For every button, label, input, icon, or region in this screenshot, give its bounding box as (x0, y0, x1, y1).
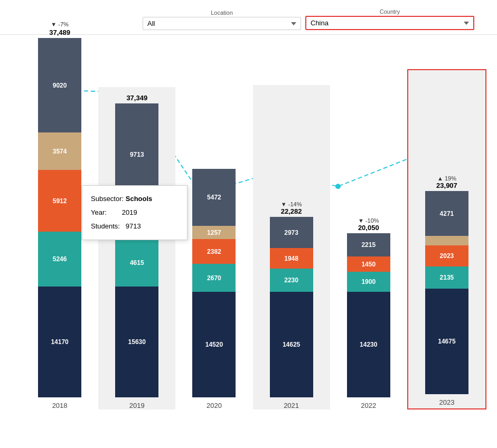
seg-navy-2019: 15630 (115, 287, 158, 397)
tooltip-students: Students: 9713 (91, 220, 179, 233)
seg-teal-2019: 4615 (115, 239, 158, 287)
seg-orange-2021: 1948 (270, 248, 313, 269)
chart-area: ▼ -7% 37,489 9020 3574 5912 5246 14170 2… (0, 35, 497, 448)
seg-navy-2023: 14675 (425, 289, 468, 394)
location-label: Location (143, 9, 301, 16)
seg-navy-2018: 14170 (38, 287, 81, 397)
year-label-2021: 2021 (284, 402, 299, 409)
bar-col-2023: ▲ 19% 23,907 4271 2023 2135 14675 2023 (407, 69, 486, 409)
seg-navy-2022: 14230 (347, 292, 390, 397)
stacked-bar-2023: 4271 2023 2135 14675 (425, 191, 468, 394)
seg-orange-2023: 2023 (425, 245, 468, 266)
seg-orange-2020: 2382 (192, 239, 236, 264)
seg-orange-2022: 1450 (347, 256, 390, 272)
stacked-bar-2019: 9713 3195 4615 15630 (115, 103, 158, 397)
bar-col-2021: ▼ -14% 22,282 2973 1948 2230 14625 2021 (253, 85, 330, 409)
seg-dark-2020: 5472 (192, 169, 236, 226)
country-select[interactable]: China (305, 16, 474, 30)
seg-teal-2021: 2230 (270, 269, 313, 292)
seg-dark-2018: 9020 (38, 38, 81, 132)
seg-teal-2022: 1900 (347, 272, 390, 292)
total-2018: 37,489 (49, 28, 70, 36)
tooltip-year: Year: 2019 (91, 206, 179, 220)
seg-teal-2018: 5246 (38, 232, 81, 287)
seg-tan-2020: 1257 (192, 226, 236, 239)
seg-dark-2021: 2973 (270, 217, 313, 248)
app-container: Location All Country China (0, 0, 497, 448)
year-label-2022: 2022 (361, 402, 376, 409)
bar-col-2022: ▼ -10% 20,050 2215 1450 1900 14230 2022 (330, 85, 407, 409)
year-label-2020: 2020 (207, 402, 222, 409)
seg-tan-2023 (425, 236, 468, 245)
seg-dark-2022: 2215 (347, 233, 390, 256)
seg-dark-2023: 4271 (425, 191, 468, 236)
year-label-2018: 2018 (52, 402, 68, 409)
stacked-bar-2018: 9020 3574 5912 5246 14170 (38, 38, 81, 397)
tooltip: Subsector: Schools Year: 2019 Students: … (82, 185, 187, 240)
change-2022: ▼ -10% (358, 217, 379, 224)
total-2022: 20,050 (358, 224, 379, 232)
country-filter-group: Country China (305, 8, 474, 30)
year-label-2023: 2023 (439, 398, 454, 406)
total-2019: 37,349 (126, 94, 147, 102)
seg-navy-2020: 14520 (192, 292, 236, 397)
bar-col-2019: 37,349 9713 3195 4615 15630 2019 (98, 87, 175, 409)
seg-teal-2023: 2135 (425, 266, 468, 289)
change-2023: ▲ 19% (437, 175, 456, 182)
stacked-bar-2021: 2973 1948 2230 14625 (270, 217, 313, 397)
change-2021: ▼ -14% (281, 201, 302, 207)
seg-orange-2018: 5912 (38, 170, 81, 232)
seg-tan-2018: 3574 (38, 132, 81, 170)
change-2018: ▼ -7% (51, 21, 69, 27)
tooltip-subsector: Subsector: Schools (91, 192, 179, 206)
year-label-2019: 2019 (129, 402, 145, 409)
total-2021: 22,282 (281, 207, 302, 215)
country-label: Country (305, 8, 474, 15)
seg-teal-2020: 2670 (192, 264, 236, 292)
seg-navy-2021: 14625 (270, 292, 313, 397)
stacked-bar-2022: 2215 1450 1900 14230 (347, 233, 390, 397)
total-2023: 23,907 (436, 182, 457, 189)
stacked-bar-2020: 5472 1257 2382 2670 14520 (192, 169, 236, 397)
